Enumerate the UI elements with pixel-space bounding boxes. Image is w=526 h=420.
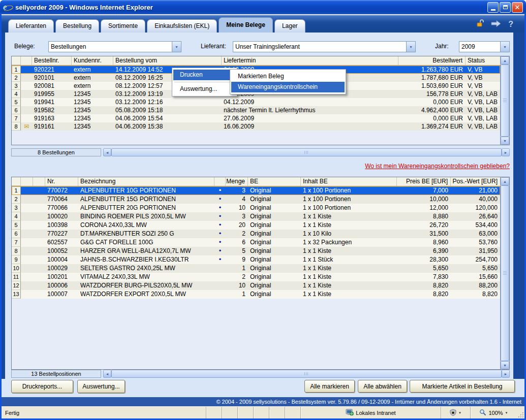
scroll-left-button[interactable]: ◄ <box>103 148 111 156</box>
position-row[interactable]: 12 100006 WATZDORFER BURG-PILS20X0,5L MW… <box>12 281 500 290</box>
column-header-bestellwert[interactable]: Bestellwert <box>398 56 466 65</box>
position-row[interactable]: 1 770072 ALPENBUTTER 10G PORTIONEN • 3 O… <box>12 186 500 195</box>
jahr-select[interactable]: 2009 ▼ <box>459 41 510 52</box>
scroll-up-button[interactable]: ▲ <box>501 56 509 64</box>
orders-count-status: 8 Bestellungen <box>11 148 101 156</box>
row-number: 6 <box>12 230 21 238</box>
column-header-pos-wert[interactable]: Pos.-Wert [EUR] <box>451 177 500 186</box>
menu-item-drucken[interactable]: Drucken ▶ <box>173 70 236 80</box>
help-icon[interactable]: ? <box>508 20 513 29</box>
column-header-menge[interactable]: Menge <box>226 177 248 186</box>
cell-blank <box>21 255 33 264</box>
cell-artikel-nr: 770064 <box>45 195 78 204</box>
cell-be: Original <box>248 255 301 264</box>
markierte-artikel-button[interactable]: Markierte Artikel in Bestellung <box>410 380 515 393</box>
close-button[interactable]: ✕ <box>512 2 523 13</box>
position-row[interactable]: 2 770064 ALPENBUTTER 15G PORTIONEN • 4 O… <box>12 195 500 204</box>
cell-bestellnr: 919163 <box>32 114 72 122</box>
scrollbar-track[interactable] <box>501 64 509 137</box>
cell-artikel-nr: 770066 <box>45 204 78 212</box>
cell-pos-wert: 254,700 <box>451 255 500 264</box>
order-row[interactable]: 7 919163 12345 04.06.2009 15:54 27.06.20… <box>12 114 500 122</box>
position-row[interactable]: 4 100020 BINDING ROEMER PILS 20X0,5L MW … <box>12 212 500 221</box>
scrollbar-thumb[interactable] <box>111 148 502 156</box>
row-number: 1 <box>12 66 21 74</box>
column-header-liefertermin[interactable]: Liefertermin <box>222 56 398 65</box>
forward-arrow-icon[interactable] <box>490 20 502 29</box>
scroll-up-button[interactable]: ▲ <box>501 177 509 185</box>
order-row[interactable]: 8 ✉ 919161 12345 04.06.2009 15:38 16.06.… <box>12 122 500 131</box>
column-header-be[interactable]: BE <box>248 177 301 186</box>
title-bar[interactable]: e sellyorder 2009 - Windows Internet Exp… <box>0 0 526 14</box>
belege-dropdown-button[interactable]: ▼ <box>172 42 181 52</box>
protection-pane[interactable]: ▼ <box>441 407 470 418</box>
position-row[interactable]: 10 100029 SELTERS GASTRO 24X0,25L MW 1 O… <box>12 264 500 273</box>
menu-item-label: Auswertung... <box>180 85 217 92</box>
column-header-kundennr[interactable]: Kundennr. <box>72 56 113 65</box>
security-zone-label: Lokales Intranet <box>356 410 395 416</box>
tab[interactable]: Lager <box>274 19 305 33</box>
scrollbar-track[interactable] <box>111 148 502 156</box>
scrollbar-thumb[interactable] <box>111 370 502 378</box>
menu-item-wareneingangskontrollschein[interactable]: Wareneingangskontrollschein <box>231 82 345 92</box>
position-row[interactable]: 13 100007 WATZDORFER EXPORT 20X0,5L MW 1… <box>12 290 500 299</box>
column-header-bestellung-vom[interactable]: Bestellung vom <box>113 56 222 65</box>
cell-blank <box>21 204 33 212</box>
scroll-down-button[interactable]: ▼ <box>501 361 509 369</box>
scroll-left-button[interactable]: ◄ <box>103 370 111 378</box>
minimize-button[interactable] <box>487 2 499 13</box>
tab[interactable]: Lieferanten <box>8 19 54 33</box>
position-row[interactable]: 6 770227 DT.MARKENBUTTER SOZI 250 G • 2 … <box>12 230 500 238</box>
column-header-inhalt-be[interactable]: Inhalt BE <box>301 177 397 186</box>
druckreports-button[interactable]: Druckreports... <box>11 380 73 393</box>
positions-vertical-scrollbar[interactable]: ▲ ▼ <box>500 177 509 369</box>
order-row[interactable]: 5 919941 12345 03.12.2009 12:16 04.12.20… <box>12 98 500 106</box>
column-header-bestellnr[interactable]: Bestellnr. <box>32 56 72 65</box>
position-row[interactable]: 3 770066 ALPENBUTTER 20G PORTIONEN • 10 … <box>12 204 500 212</box>
position-row[interactable]: 7 602557 G&G CAT FORELLE 100G • 6 Origin… <box>12 238 500 247</box>
scroll-right-button[interactable]: ► <box>502 148 510 156</box>
scrollbar-thumb[interactable] <box>501 185 509 361</box>
column-header-status[interactable]: Status <box>466 56 500 65</box>
scroll-right-button[interactable]: ► <box>502 370 510 378</box>
alle-abwaehlen-button[interactable]: Alle abwählen <box>358 380 407 393</box>
belege-select[interactable]: Bestellungen ▼ <box>48 41 181 52</box>
scrollbar-track[interactable] <box>111 370 502 378</box>
column-header-preis-be[interactable]: Preis BE [EUR] <box>397 177 451 186</box>
wareneingangskontrollschein-help-link[interactable]: Wo ist mein Wareneingangskontrollschein … <box>365 163 510 170</box>
scroll-down-button[interactable]: ▼ <box>501 137 509 145</box>
jahr-dropdown-button[interactable]: ▼ <box>500 42 509 52</box>
tab-bar: LieferantenBestellungSortimenteEinkaufsl… <box>8 17 307 33</box>
alle-markieren-button[interactable]: Alle markieren <box>304 380 355 393</box>
position-row[interactable]: 9 100004 JAHNS-B.SCHWARZBIER I.KEG30LTR … <box>12 255 500 264</box>
bullet-icon <box>214 273 226 281</box>
lock-open-icon[interactable] <box>477 19 484 29</box>
order-row[interactable]: 6 919582 12345 05.08.2009 15:18 nächster… <box>12 106 500 114</box>
orders-vertical-scrollbar[interactable]: ▲ ▼ <box>500 56 509 145</box>
scrollbar-track[interactable] <box>501 185 509 361</box>
position-row[interactable]: 5 100398 CORONA 24X0,33L MW • 20 Origina… <box>12 221 500 230</box>
tab[interactable]: Einkaufslisten (EKL) <box>147 19 217 33</box>
maximize-button[interactable] <box>500 2 511 13</box>
cell-blank <box>21 195 33 204</box>
zoom-control[interactable]: 100% ▼ <box>470 407 517 418</box>
tab[interactable]: Meine Belege <box>219 17 273 33</box>
resize-grip[interactable] <box>517 407 524 418</box>
menu-item-markierten-beleg[interactable]: Markierten Beleg <box>231 71 345 82</box>
tab[interactable]: Bestellung <box>55 19 99 33</box>
menu-item-auswertung[interactable]: Auswertung... <box>173 84 236 94</box>
row-number: 9 <box>12 255 21 264</box>
scrollbar-thumb[interactable] <box>501 64 509 137</box>
lieferant-select[interactable]: Unser Trainingslieferant ▼ <box>233 41 416 52</box>
auswertung-button[interactable]: Auswertung... <box>77 380 125 393</box>
row-number: 8 <box>12 122 21 131</box>
column-header-bezeichnung[interactable]: Bezeichnung <box>78 177 214 186</box>
position-row[interactable]: 8 100052 HARZER GRA WELL-BALA12X0,7L MW … <box>12 247 500 255</box>
cell-bezeichnung: CORONA 24X0,33L MW <box>78 221 214 230</box>
position-row[interactable]: 11 100201 VITAMALZ 24X0,33L MW 2 Origina… <box>12 273 500 281</box>
column-header-nr[interactable]: Nr. <box>45 177 78 186</box>
lieferant-dropdown-button[interactable]: ▼ <box>406 42 415 52</box>
cell-inhalt-be: 1 x 1 Kiste <box>301 212 397 221</box>
tab[interactable]: Sortimente <box>101 19 145 33</box>
cell-artikel-nr: 100201 <box>45 273 78 281</box>
